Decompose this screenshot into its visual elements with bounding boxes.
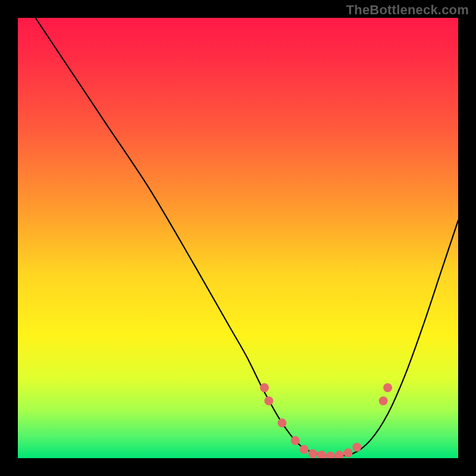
plot-area <box>18 18 458 458</box>
flat-region-dots <box>260 383 392 458</box>
data-dot <box>308 449 317 458</box>
data-dot <box>344 449 353 458</box>
data-dot <box>291 436 300 445</box>
data-dot <box>326 452 335 458</box>
data-dot <box>300 445 309 454</box>
data-dot <box>317 450 326 458</box>
data-dot <box>352 443 361 452</box>
attribution-label: TheBottleneck.com <box>346 2 469 18</box>
data-dot <box>383 383 392 392</box>
data-dot <box>379 396 388 405</box>
data-dot <box>278 418 287 427</box>
bottleneck-curve <box>36 18 458 456</box>
data-dot <box>264 396 273 405</box>
chart-frame: TheBottleneck.com <box>0 0 476 476</box>
data-dot <box>335 450 344 458</box>
chart-svg <box>18 18 458 458</box>
data-dot <box>260 383 269 392</box>
